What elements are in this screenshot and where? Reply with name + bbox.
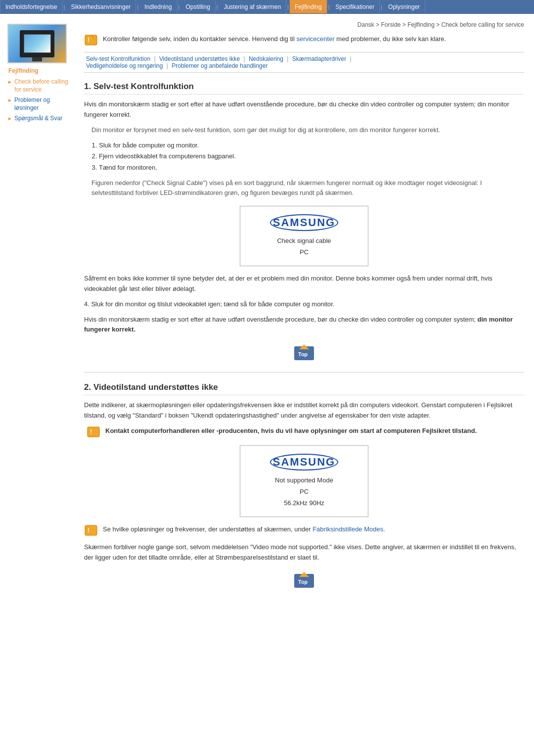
nav-sikkerhedsanvisninger[interactable]: Sikkerhedsanvisninger [66, 0, 136, 13]
section2-para1: Dette indikerer, at skærmopløsningen ell… [84, 400, 524, 421]
sidebar-section-label: Fejlfinding [7, 67, 74, 74]
arrow-icon-2: ► [7, 97, 12, 103]
svg-rect-8 [85, 525, 97, 535]
sub-navigation: Selv-test Kontrolfunktion | Videotilstan… [84, 52, 524, 73]
section1-step4: 4. Sluk for din monitor og tilslut video… [84, 299, 524, 310]
breadcrumb: Dansk > Forside > Fejlfinding > Check be… [84, 21, 524, 28]
sub-nav-selv-test[interactable]: Selv-test Kontrolfunktion [86, 55, 150, 62]
top-link-2[interactable]: Top [84, 570, 524, 590]
sidebar-item-problemer[interactable]: ► Problemer og løsninger [7, 96, 74, 112]
note-icon-3: ! [84, 524, 99, 536]
section-divider [84, 372, 524, 373]
svg-rect-6 [88, 427, 99, 437]
sidebar: Fejlfinding ► Check before calling for s… [0, 19, 79, 607]
section1-steps: Sluk for både computer og monitor. Fjern… [99, 140, 524, 173]
sub-nav-skaermadapter[interactable]: Skærmadapterdriver [292, 55, 346, 62]
section1-para3: Figuren nedenfor ("Check Signal Cable") … [91, 178, 524, 199]
svg-text:!: ! [90, 428, 92, 435]
sidebar-item-spoergsmaal[interactable]: ► Spørgsmål & Svar [7, 115, 74, 123]
section2-note-text: Se hvilke opløsninger og frekvenser, der… [103, 524, 385, 534]
nav-indholdsfortegnelse[interactable]: Indholdsfortegnelse [0, 0, 63, 13]
svg-text:!: ! [88, 526, 89, 534]
section2-note: ! Se hvilke opløsninger og frekvenser, d… [84, 524, 524, 536]
section1-para5: Hvis din monitorskærm stadig er sort eft… [84, 315, 524, 335]
arrow-icon: ► [7, 79, 12, 85]
samsung-logo-1: SAMSUNG [273, 216, 335, 229]
nav-oplysninger[interactable]: Oplysninger [383, 0, 425, 13]
step-1: Sluk for både computer og monitor. [99, 140, 524, 151]
nav-fejlfinding[interactable]: Fejlfinding [290, 0, 327, 13]
sidebar-item-check[interactable]: ► Check before calling for service [7, 78, 74, 94]
samsung-notsupp-box: SAMSUNG Not supported Mode PC 56.2kHz 90… [240, 445, 368, 517]
intro-note: ! Kontroller følgende selv, inden du kon… [84, 34, 524, 46]
svg-text:Top: Top [298, 351, 308, 357]
step-2: Fjern videostikkablet fra computerens ba… [99, 151, 524, 162]
step-3: Tænd for monitoren. [99, 162, 524, 173]
top-icon-1: Top [292, 342, 316, 362]
sidebar-link-check[interactable]: Check before calling for service [14, 78, 74, 94]
nav-specifikationer[interactable]: Specifikationer [330, 0, 380, 13]
section2-title: 2. Videotilstand understøttes ikke [84, 382, 524, 395]
sub-nav-nedskalering[interactable]: Nedskalering [249, 55, 283, 62]
intro-note-text: Kontroller følgende selv, inden du konta… [103, 34, 446, 44]
samsung-box2-line3: 56.2kHz 90Hz [250, 499, 358, 507]
section2-para2: Skærmen forbliver nogle gange sort, selv… [84, 542, 524, 563]
sub-nav-vedligeholdelse[interactable]: Vedligeholdelse og rengøring [86, 62, 163, 69]
samsung-box2-line1: Not supported Mode [250, 476, 358, 484]
arrow-icon-3: ► [7, 116, 12, 121]
nav-indledning[interactable]: Indledning [139, 0, 177, 13]
top-link-1[interactable]: Top [84, 342, 524, 362]
section1-para1: Hvis din monitorskærm stadig er sort eft… [84, 99, 524, 120]
top-icon-2: Top [292, 570, 316, 590]
sidebar-image [7, 24, 67, 63]
section1-title: 1. Selv-test Kontrolfunktion [84, 82, 524, 94]
bold-note-text: Kontakt computerforhandleren eller -prod… [105, 426, 477, 436]
sidebar-link-problemer[interactable]: Problemer og løsninger [14, 96, 74, 112]
top-navigation: Indholdsfortegnelse | Sikkerhedsanvisnin… [0, 0, 534, 14]
section2-bold-note: ! Kontakt computerforhandleren eller -pr… [84, 426, 524, 438]
sidebar-link-spoergsmaal[interactable]: Spørgsmål & Svar [14, 115, 62, 123]
svg-text:Top: Top [298, 579, 308, 585]
samsung-signal-box: SAMSUNG Check signal cable PC [240, 206, 368, 266]
fabriksindstillede-link[interactable]: Fabriksindstillede Modes. [312, 525, 385, 533]
main-layout: Fejlfinding ► Check before calling for s… [0, 14, 534, 607]
note-icon: ! [84, 34, 99, 46]
section1-para4: Såfremt en boks ikke kommer til syne bet… [84, 274, 524, 294]
sub-nav-problemer[interactable]: Problemer og anbefalede handlinger [172, 62, 267, 69]
nav-opstilling[interactable]: Opstilling [180, 0, 215, 13]
samsung-box-line1: Check signal cable [250, 237, 358, 244]
samsung-box-line2: PC [250, 248, 358, 256]
sub-nav-videotilstand[interactable]: Videotilstand understøttes ikke [159, 55, 240, 62]
section1-para2: Din monitor er forsynet med en selv-test… [91, 125, 524, 136]
samsung-box2-line2: PC [250, 488, 358, 495]
svg-text:!: ! [88, 36, 89, 44]
samsung-logo-2: SAMSUNG [273, 456, 335, 469]
nav-justering[interactable]: Justering af skærmen [219, 0, 286, 13]
note-icon-2: ! [87, 426, 101, 438]
svg-rect-0 [85, 35, 97, 45]
servicecenter-link[interactable]: servicecenter [296, 35, 334, 43]
main-content: Dansk > Forside > Fejlfinding > Check be… [79, 19, 534, 607]
